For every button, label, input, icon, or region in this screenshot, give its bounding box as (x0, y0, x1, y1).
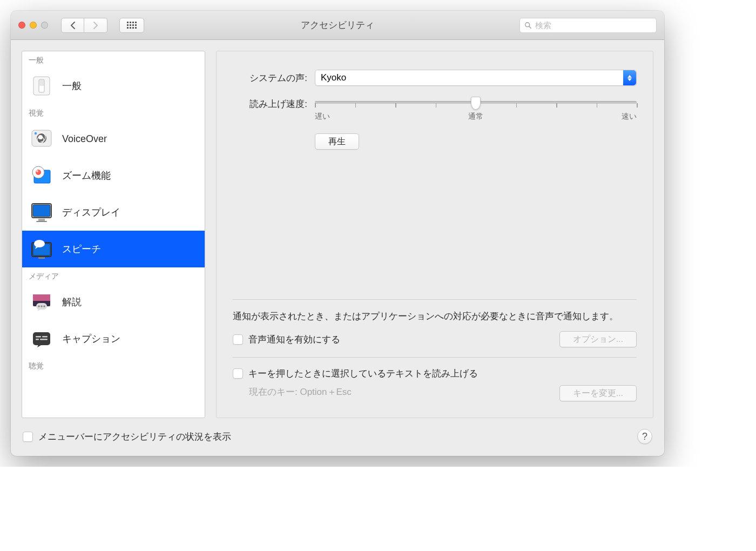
svg-rect-17 (36, 221, 47, 222)
sidebar-header-hearing: 聴覚 (22, 357, 205, 373)
search-icon (524, 22, 532, 29)
announce-description: 通知が表示されたとき、またはアプリケーションへの対応が必要なときに音声で通知しま… (233, 310, 637, 324)
current-key-label: 現在のキー: Option＋Esc (249, 386, 352, 398)
sidebar-item-speech[interactable]: スピーチ (22, 231, 205, 267)
svg-point-25 (38, 305, 40, 307)
sidebar-header-vision: 視覚 (22, 104, 205, 120)
nav-buttons (61, 18, 107, 33)
content-pane: システムの声: Kyoko 読み上げ速度: (216, 51, 653, 418)
divider (233, 357, 637, 358)
svg-rect-20 (38, 257, 45, 259)
zoom-icon (29, 164, 55, 187)
svg-rect-31 (36, 339, 39, 340)
rate-row: 読み上げ速度: 遅い (233, 98, 637, 122)
announce-checkbox[interactable] (233, 334, 243, 345)
svg-rect-30 (42, 336, 48, 338)
divider (233, 299, 637, 300)
footer: メニューバーにアクセシビリティの状況を表示 ? (11, 425, 664, 456)
sidebar-item-label: VoiceOver (62, 133, 107, 145)
search-input[interactable] (535, 21, 652, 30)
window-title: アクセシビリティ (301, 19, 374, 31)
svg-rect-4 (39, 80, 44, 86)
window: アクセシビリティ 一般 一般 視覚 VoiceOver (11, 11, 664, 456)
grid-icon (127, 22, 137, 29)
body: 一般 一般 視覚 VoiceOver ズーム機能 (11, 40, 664, 425)
current-key-row: 現在のキー: Option＋Esc キーを変更... (233, 385, 637, 405)
sidebar-item-label: ディスプレイ (62, 206, 120, 219)
rate-label: 読み上げ速度: (233, 98, 307, 110)
voice-dropdown[interactable]: Kyoko (315, 70, 637, 86)
sidebar-header-general: 一般 (22, 51, 205, 68)
voiceover-icon (29, 127, 55, 151)
help-button[interactable]: ? (637, 429, 652, 444)
rate-normal-label: 通常 (468, 112, 483, 122)
slider-track[interactable] (315, 101, 637, 104)
sidebar-item-label: キャプション (62, 332, 120, 345)
dropdown-arrow-icon (623, 70, 636, 85)
chevron-left-icon (70, 22, 76, 29)
close-icon[interactable] (18, 22, 25, 29)
sidebar-item-captions[interactable]: キャプション (22, 320, 205, 357)
announce-checkbox-label: 音声通知を有効にする (248, 333, 554, 346)
svg-point-27 (43, 305, 45, 307)
speech-icon (29, 237, 55, 261)
svg-line-1 (529, 26, 531, 28)
svg-rect-32 (40, 339, 48, 340)
play-button[interactable]: 再生 (315, 133, 359, 150)
sidebar-item-label: 一般 (62, 79, 82, 92)
slider-thumb[interactable] (471, 97, 481, 110)
search-box[interactable] (519, 18, 657, 33)
chevron-right-icon (93, 22, 98, 29)
titlebar: アクセシビリティ (11, 11, 664, 40)
minimize-icon[interactable] (30, 22, 37, 29)
voice-label: システムの声: (233, 72, 307, 84)
sidebar-item-label: 解説 (62, 295, 82, 308)
svg-rect-14 (33, 205, 50, 217)
captions-icon (29, 327, 55, 351)
svg-rect-29 (36, 336, 41, 338)
rate-fast-label: 速い (622, 112, 637, 122)
sidebar-item-voiceover[interactable]: VoiceOver (22, 120, 205, 157)
sidebar-item-descriptions[interactable]: 解説 (22, 284, 205, 320)
show-all-button[interactable] (119, 18, 144, 33)
rate-slow-label: 遅い (315, 112, 330, 122)
general-icon (29, 74, 55, 98)
sidebar-header-media: メディア (22, 267, 205, 284)
voice-row: システムの声: Kyoko (233, 70, 637, 86)
play-row: 再生 (315, 133, 637, 150)
sidebar[interactable]: 一般 一般 視覚 VoiceOver ズーム機能 (22, 51, 205, 418)
slider-labels: 遅い 通常 速い (315, 112, 637, 122)
display-icon (29, 200, 55, 224)
sidebar-item-label: ズーム機能 (62, 169, 111, 182)
sidebar-item-display[interactable]: ディスプレイ (22, 194, 205, 231)
svg-point-13 (36, 170, 38, 172)
sidebar-item-general[interactable]: 一般 (22, 68, 205, 104)
speak-selection-checkbox[interactable] (233, 368, 243, 379)
svg-point-12 (36, 170, 41, 175)
svg-rect-23 (33, 294, 50, 301)
traffic-lights (18, 22, 48, 29)
menubar-status-label: メニューバーにアクセシビリティの状況を表示 (38, 431, 632, 443)
speak-selection-label: キーを押したときに選択しているテキストを読み上げる (248, 367, 637, 380)
announce-row: 音声通知を有効にする オプション... (233, 331, 637, 347)
descriptions-icon (29, 290, 55, 314)
svg-point-9 (35, 132, 37, 135)
sidebar-item-label: スピーチ (62, 243, 101, 256)
forward-button (84, 18, 107, 33)
back-button[interactable] (61, 18, 84, 33)
svg-point-26 (40, 305, 43, 307)
menubar-status-checkbox[interactable] (23, 432, 33, 442)
maximize-icon (41, 22, 48, 29)
sidebar-item-zoom[interactable]: ズーム機能 (22, 157, 205, 194)
options-button: オプション... (559, 331, 637, 347)
svg-point-21 (34, 240, 45, 247)
voice-value: Kyoko (321, 72, 346, 83)
svg-rect-16 (38, 219, 45, 221)
speak-selection-row: キーを押したときに選択しているテキストを読み上げる (233, 367, 637, 380)
rate-slider[interactable]: 遅い 通常 速い (315, 98, 637, 122)
change-key-button: キーを変更... (559, 385, 637, 401)
